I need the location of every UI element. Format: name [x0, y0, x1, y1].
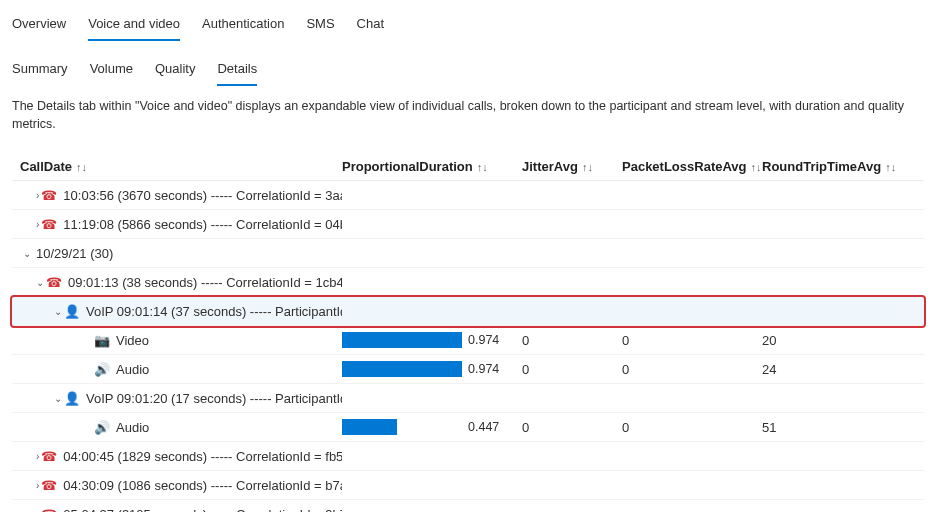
phone-icon: ☎: [41, 449, 57, 464]
table-row[interactable]: 🔊Audio0.4470051: [12, 413, 924, 442]
head-icon: 🔊: [94, 420, 110, 435]
person-icon: 👤: [64, 304, 80, 319]
cell-rtt: 51: [762, 420, 902, 435]
cell-packetloss: 0: [622, 362, 762, 377]
tab-overview[interactable]: Overview: [12, 12, 66, 41]
tab-volume[interactable]: Volume: [90, 57, 133, 86]
column-packetloss[interactable]: PacketLossRateAvg ↑↓: [622, 159, 762, 174]
cell-packetloss: 0: [622, 333, 762, 348]
column-rtt-label: RoundTripTimeAvg: [762, 159, 881, 174]
column-duration[interactable]: ProportionalDuration ↑↓: [342, 159, 522, 174]
phone-icon: ☎: [46, 275, 62, 290]
table-row[interactable]: ›☎11:19:08 (5866 seconds) ----- Correlat…: [12, 210, 924, 239]
sort-icon[interactable]: ↑↓: [751, 161, 762, 173]
phone-icon: ☎: [41, 217, 57, 232]
camera-icon: 📷: [94, 333, 110, 348]
chevron-right-icon[interactable]: ›: [36, 451, 39, 462]
column-rtt[interactable]: RoundTripTimeAvg ↑↓: [762, 159, 902, 174]
chevron-right-icon[interactable]: ›: [36, 190, 39, 201]
cell-calldate: ⌄☎09:01:13 (38 seconds) ----- Correlatio…: [12, 275, 342, 290]
sort-icon[interactable]: ↑↓: [582, 161, 593, 173]
cell-calldate: 🔊Audio: [12, 420, 342, 435]
head-icon: 🔊: [94, 362, 110, 377]
sort-icon[interactable]: ↑↓: [885, 161, 896, 173]
table-row[interactable]: ›☎10:03:56 (3670 seconds) ----- Correlat…: [12, 181, 924, 210]
row-label: Audio: [116, 420, 149, 435]
tab-chat[interactable]: Chat: [357, 12, 384, 41]
chevron-down-icon[interactable]: ⌄: [54, 306, 62, 317]
duration-bar: [342, 332, 462, 348]
chevron-down-icon[interactable]: ⌄: [20, 248, 34, 259]
row-label: 10:03:56 (3670 seconds) ----- Correlatio…: [63, 188, 342, 203]
column-jitter-label: JitterAvg: [522, 159, 578, 174]
column-calldate-label: CallDate: [20, 159, 72, 174]
chevron-right-icon[interactable]: ›: [36, 509, 39, 513]
cell-calldate: ›☎11:19:08 (5866 seconds) ----- Correlat…: [12, 217, 342, 232]
column-duration-label: ProportionalDuration: [342, 159, 473, 174]
row-label: VoIP 09:01:14 (37 seconds) ----- Partici…: [86, 304, 342, 319]
sort-icon[interactable]: ↑↓: [76, 161, 87, 173]
cell-calldate: ›☎10:03:56 (3670 seconds) ----- Correlat…: [12, 188, 342, 203]
cell-calldate: ⌄👤VoIP 09:01:20 (17 seconds) ----- Parti…: [12, 391, 342, 406]
chevron-down-icon[interactable]: ⌄: [36, 277, 44, 288]
phone-icon: ☎: [41, 507, 57, 513]
row-label: Video: [116, 333, 149, 348]
description-text: The Details tab within "Voice and video"…: [12, 98, 924, 133]
duration-value: 0.974: [468, 333, 499, 347]
column-calldate[interactable]: CallDate ↑↓: [12, 159, 342, 174]
secondary-tabs: SummaryVolumeQualityDetails: [12, 53, 924, 86]
cell-calldate: ⌄10/29/21 (30): [12, 246, 342, 261]
cell-calldate: 🔊Audio: [12, 362, 342, 377]
table-row[interactable]: ⌄👤VoIP 09:01:20 (17 seconds) ----- Parti…: [12, 384, 924, 413]
cell-calldate: 📷Video: [12, 333, 342, 348]
row-label: 11:19:08 (5866 seconds) ----- Correlatio…: [63, 217, 342, 232]
duration-bar: [342, 419, 462, 435]
cell-calldate: ⌄👤VoIP 09:01:14 (37 seconds) ----- Parti…: [12, 304, 342, 319]
cell-duration: 0.447: [342, 419, 522, 435]
duration-value: 0.447: [468, 420, 499, 434]
chevron-right-icon[interactable]: ›: [36, 480, 39, 491]
cell-jitter: 0: [522, 420, 622, 435]
chevron-down-icon[interactable]: ⌄: [54, 393, 62, 404]
chevron-right-icon[interactable]: ›: [36, 219, 39, 230]
row-label: 09:01:13 (38 seconds) ----- CorrelationI…: [68, 275, 342, 290]
table-header: CallDate ↑↓ ProportionalDuration ↑↓ Jitt…: [12, 153, 924, 181]
cell-packetloss: 0: [622, 420, 762, 435]
table-row[interactable]: ⌄10/29/21 (30): [12, 239, 924, 268]
tab-summary[interactable]: Summary: [12, 57, 68, 86]
table-row[interactable]: ⌄👤VoIP 09:01:14 (37 seconds) ----- Parti…: [12, 297, 924, 326]
sort-icon[interactable]: ↑↓: [477, 161, 488, 173]
table-row[interactable]: ⌄☎09:01:13 (38 seconds) ----- Correlatio…: [12, 268, 924, 297]
duration-value: 0.974: [468, 362, 499, 376]
phone-icon: ☎: [41, 478, 57, 493]
duration-bar: [342, 361, 462, 377]
cell-duration: 0.974: [342, 332, 522, 348]
tab-quality[interactable]: Quality: [155, 57, 195, 86]
row-label: 10/29/21 (30): [36, 246, 113, 261]
tab-sms[interactable]: SMS: [306, 12, 334, 41]
table-row[interactable]: 🔊Audio0.9740024: [12, 355, 924, 384]
cell-jitter: 0: [522, 362, 622, 377]
table-row[interactable]: 📷Video0.9740020: [12, 326, 924, 355]
tab-authentication[interactable]: Authentication: [202, 12, 284, 41]
cell-rtt: 20: [762, 333, 902, 348]
row-label: 05:04:37 (3105 seconds) ----- Correlatio…: [63, 507, 342, 513]
person-icon: 👤: [64, 391, 80, 406]
cell-calldate: ›☎05:04:37 (3105 seconds) ----- Correlat…: [12, 507, 342, 513]
primary-tabs: OverviewVoice and videoAuthenticationSMS…: [12, 8, 924, 41]
table-row[interactable]: ›☎04:30:09 (1086 seconds) ----- Correlat…: [12, 471, 924, 500]
cell-calldate: ›☎04:00:45 (1829 seconds) ----- Correlat…: [12, 449, 342, 464]
cell-duration: 0.974: [342, 361, 522, 377]
table-row[interactable]: ›☎04:00:45 (1829 seconds) ----- Correlat…: [12, 442, 924, 471]
tab-voice-and-video[interactable]: Voice and video: [88, 12, 180, 41]
column-packetloss-label: PacketLossRateAvg: [622, 159, 747, 174]
column-jitter[interactable]: JitterAvg ↑↓: [522, 159, 622, 174]
row-label: 04:00:45 (1829 seconds) ----- Correlatio…: [63, 449, 342, 464]
cell-rtt: 24: [762, 362, 902, 377]
cell-calldate: ›☎04:30:09 (1086 seconds) ----- Correlat…: [12, 478, 342, 493]
row-label: Audio: [116, 362, 149, 377]
tab-details[interactable]: Details: [217, 57, 257, 86]
table-row[interactable]: ›☎05:04:37 (3105 seconds) ----- Correlat…: [12, 500, 924, 512]
phone-icon: ☎: [41, 188, 57, 203]
table-body: ›☎10:03:56 (3670 seconds) ----- Correlat…: [12, 181, 924, 512]
